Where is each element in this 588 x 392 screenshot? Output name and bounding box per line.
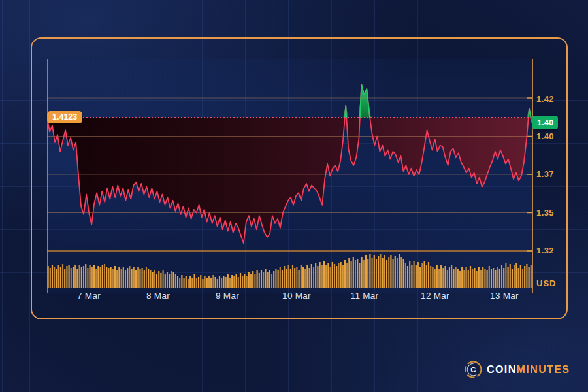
x-axis-label: 10 Mar [276,291,318,301]
coin-icon-letter: C [470,366,476,374]
brand-name-secondary: MINUTES [517,364,570,375]
last-price-badge: 1.40 [532,116,558,129]
brand-name-primary: COIN [487,364,517,375]
x-axis-label: 11 Mar [344,291,385,301]
y-axis-label: 1.32 [536,246,568,256]
x-axis-label: 9 Mar [206,291,248,301]
y-axis-label: 1.35 [536,208,568,218]
y-axis-unit-label: USD [536,278,568,289]
x-axis-label: 8 Mar [137,291,179,301]
brand-name: COINMINUTES [487,361,570,378]
coin-icon: C [465,361,482,378]
baseline-price-badge: 1.4123 [47,111,82,123]
y-axis-label: 1.37 [536,169,568,180]
coinminutes-price-chart-graphic: { "brand": { "name_primary": "COIN", "na… [0,0,588,392]
x-axis-label: 7 Mar [68,291,110,301]
plot-area-border [47,59,533,293]
y-axis-label: 1.40 [536,131,568,142]
brand-logo: C COINMINUTES [465,361,570,378]
x-axis-label: 12 Mar [414,291,456,301]
x-axis-label: 13 Mar [483,291,525,301]
y-axis-label: 1.42 [536,94,568,105]
